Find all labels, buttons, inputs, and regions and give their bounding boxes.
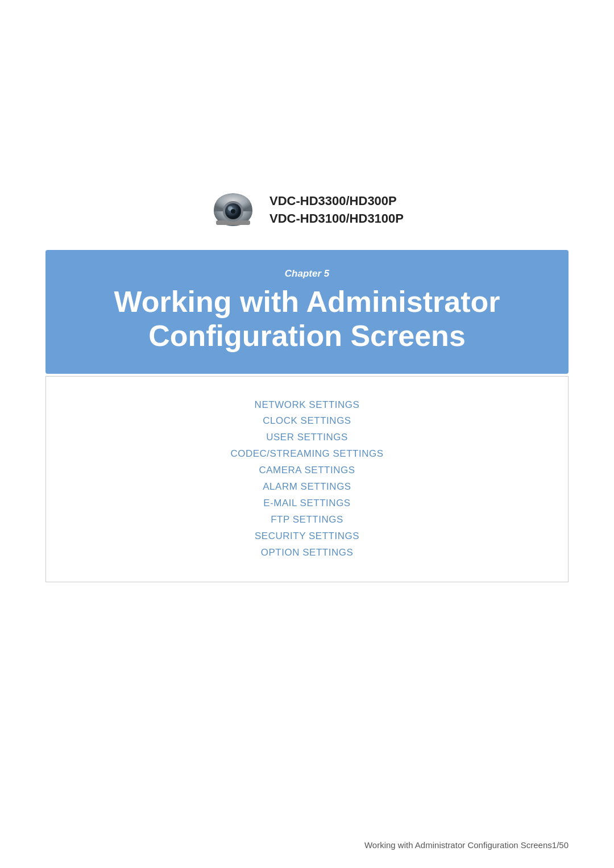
toc-item[interactable]: CODEC/STREAMING SETTINGS: [230, 446, 383, 462]
toc-item[interactable]: FTP SETTINGS: [271, 512, 343, 528]
model-text: VDC-HD3300/HD300P VDC-HD3100/HD3100P: [269, 193, 404, 228]
toc-item[interactable]: CAMERA SETTINGS: [259, 462, 355, 479]
toc-item[interactable]: CLOCK SETTINGS: [263, 413, 351, 429]
model-line-1: VDC-HD3300/HD300P: [269, 193, 404, 210]
camera-icon: [210, 187, 256, 233]
chapter-banner: Chapter 5 Working with Administrator Con…: [45, 250, 569, 374]
chapter-title-line2: Configuration Screens: [68, 319, 546, 353]
chapter-title-line1: Working with Administrator: [68, 285, 546, 319]
toc-item[interactable]: E-MAIL SETTINGS: [263, 495, 350, 512]
toc-box: NETWORK SETTINGSCLOCK SETTINGSUSER SETTI…: [45, 376, 569, 582]
header-area: VDC-HD3300/HD300P VDC-HD3100/HD3100P: [210, 187, 404, 233]
page-footer: Working with Administrator Configuration…: [364, 840, 569, 850]
toc-item[interactable]: SECURITY SETTINGS: [255, 528, 359, 545]
toc-item[interactable]: ALARM SETTINGS: [263, 479, 351, 495]
svg-point-5: [231, 209, 235, 214]
chapter-label: Chapter 5: [68, 268, 546, 279]
toc-item[interactable]: USER SETTINGS: [266, 429, 348, 446]
model-line-2: VDC-HD3100/HD3100P: [269, 210, 404, 228]
toc-item[interactable]: NETWORK SETTINGS: [255, 397, 360, 414]
toc-item[interactable]: OPTION SETTINGS: [261, 545, 354, 561]
